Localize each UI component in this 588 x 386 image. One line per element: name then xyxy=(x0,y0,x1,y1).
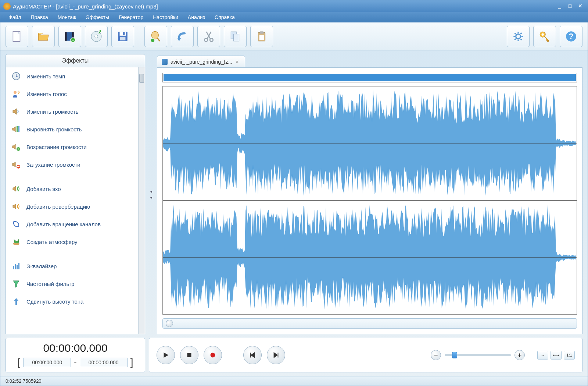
zoom-slider-handle[interactable] xyxy=(452,352,457,358)
zoom-1to1-button[interactable]: 1:1 xyxy=(564,351,575,360)
svg-rect-41 xyxy=(187,353,191,357)
zoom-out-button[interactable]: − xyxy=(431,350,441,360)
reverb-icon xyxy=(11,201,21,212)
effect-change-tempo[interactable]: Изменить темп xyxy=(6,67,145,85)
effect-pitch-shift[interactable]: Сдвинуть высоту тона xyxy=(6,293,145,310)
window-title: АудиоМАСТЕР - [avicii_-_pure_grinding_(z… xyxy=(13,3,555,10)
scrollbar-thumb[interactable] xyxy=(139,74,144,83)
filter-icon xyxy=(11,279,21,289)
splitter-arrow-icon[interactable]: ◄ xyxy=(149,190,153,193)
import-video-button[interactable]: + xyxy=(58,26,81,47)
open-file-button[interactable] xyxy=(32,26,55,47)
play-button[interactable] xyxy=(157,346,175,364)
zoom-selection-button[interactable]: ⇤⇥ xyxy=(551,351,562,360)
scroll-handle[interactable] xyxy=(166,320,173,327)
mixer-button[interactable] xyxy=(144,26,167,47)
menu-montage[interactable]: Монтаж xyxy=(53,13,81,22)
svg-rect-12 xyxy=(123,32,125,35)
effect-fade-in[interactable]: +Возрастание громкости xyxy=(6,138,145,156)
zoom-in-button[interactable]: + xyxy=(514,350,525,360)
svg-rect-10 xyxy=(120,32,126,36)
svg-point-42 xyxy=(211,353,215,358)
help-button[interactable]: ? xyxy=(560,26,582,47)
settings-button[interactable] xyxy=(507,26,530,47)
sidebar-scrollbar[interactable] xyxy=(138,67,145,334)
svg-point-16 xyxy=(210,38,213,42)
save-button[interactable] xyxy=(111,26,134,47)
effect-fade-out[interactable]: Затухание громкости xyxy=(6,156,145,173)
waveform-overview[interactable] xyxy=(162,73,577,82)
menu-generator[interactable]: Генератор xyxy=(114,13,148,22)
effect-change-voice[interactable]: Изменить голос xyxy=(6,85,145,103)
overview-selection xyxy=(164,74,576,81)
time-position: 00:00:00.000 xyxy=(43,342,107,354)
copy-button[interactable] xyxy=(224,26,247,47)
splitter-arrow-icon[interactable]: ◄ xyxy=(149,195,153,199)
app-icon xyxy=(3,3,11,10)
zoom-fit-button[interactable]: ↔ xyxy=(537,351,548,360)
atmosphere-icon xyxy=(11,237,21,247)
import-cd-button[interactable] xyxy=(85,26,108,47)
titlebar[interactable]: АудиоМАСТЕР - [avicii_-_pure_grinding_(z… xyxy=(0,0,588,12)
effect-add-echo[interactable]: Добавить эхо xyxy=(6,180,145,198)
speaker-fadeout-icon xyxy=(11,159,21,170)
svg-point-22 xyxy=(516,34,521,39)
new-file-button[interactable] xyxy=(6,26,28,47)
effect-equalizer[interactable]: Эквалайзер xyxy=(6,257,145,275)
menu-edit[interactable]: Правка xyxy=(26,13,52,22)
svg-point-28 xyxy=(14,91,17,94)
menu-settings[interactable]: Настройки xyxy=(148,13,183,22)
maximize-button[interactable]: □ xyxy=(566,3,574,10)
effect-change-volume[interactable]: Изменить громкость xyxy=(6,103,145,120)
app-window: АудиоМАСТЕР - [avicii_-_pure_grinding_(z… xyxy=(0,0,588,386)
tabstrip: avicii_-_pure_grinding_(z... ✕ xyxy=(157,54,582,67)
effect-add-reverb[interactable]: Добавить реверберацию xyxy=(6,198,145,215)
effect-frequency-filter[interactable]: Частотный фильтр xyxy=(6,275,145,293)
effect-normalize-volume[interactable]: Выровнять громкость xyxy=(6,120,145,138)
selection-end-input[interactable] xyxy=(80,358,128,367)
svg-text:?: ? xyxy=(569,32,574,41)
skip-end-button[interactable] xyxy=(267,346,285,364)
effect-channel-rotation[interactable]: Добавить вращение каналов xyxy=(6,215,145,233)
effect-create-atmosphere[interactable]: Создать атмосферу xyxy=(6,233,145,251)
transport-panel: − + ↔ ⇤⇥ 1:1 xyxy=(149,338,582,372)
equalizer-icon xyxy=(11,261,21,271)
sidebar-title: Эффекты xyxy=(6,54,145,67)
splitter[interactable]: ◄ ◄ xyxy=(149,54,153,334)
skip-start-button[interactable] xyxy=(243,346,262,364)
menu-effects[interactable]: Эффекты xyxy=(81,13,114,22)
waveform-display[interactable] xyxy=(162,86,577,315)
bracket-left: [ xyxy=(18,357,21,368)
svg-rect-37 xyxy=(17,265,18,269)
menubar: Файл Правка Монтаж Эффекты Генератор Нас… xyxy=(0,12,588,22)
svg-point-14 xyxy=(151,38,155,42)
horizontal-scrollbar[interactable] xyxy=(162,318,577,329)
minimize-button[interactable]: _ xyxy=(555,3,564,10)
file-tab[interactable]: avicii_-_pure_grinding_(z... ✕ xyxy=(157,56,245,67)
svg-text:+: + xyxy=(17,147,19,151)
close-button[interactable]: ✕ xyxy=(576,3,585,10)
cut-button[interactable] xyxy=(197,26,220,47)
speaker-icon xyxy=(11,106,21,117)
rotation-icon xyxy=(11,219,21,229)
waveform-channel-left[interactable] xyxy=(163,86,577,200)
statusbar: 0:02:52 7585920 xyxy=(0,376,588,386)
range-separator: - xyxy=(74,358,76,367)
menu-analysis[interactable]: Анализ xyxy=(183,13,209,22)
record-button[interactable] xyxy=(204,346,222,364)
license-key-button[interactable] xyxy=(533,26,556,47)
stop-button[interactable] xyxy=(180,346,198,364)
menu-file[interactable]: Файл xyxy=(4,13,25,22)
speaker-level-icon xyxy=(11,124,21,134)
menu-help[interactable]: Справка xyxy=(210,13,239,22)
svg-rect-11 xyxy=(120,37,126,40)
undo-button[interactable] xyxy=(171,26,194,47)
svg-rect-38 xyxy=(18,263,19,269)
selection-start-input[interactable] xyxy=(23,358,71,367)
speaker-fadein-icon: + xyxy=(11,142,21,152)
paste-button[interactable] xyxy=(250,26,273,47)
tab-close-button[interactable]: ✕ xyxy=(235,59,240,64)
zoom-slider[interactable] xyxy=(445,354,511,356)
person-voice-icon xyxy=(11,89,21,99)
waveform-channel-right[interactable] xyxy=(163,200,577,314)
